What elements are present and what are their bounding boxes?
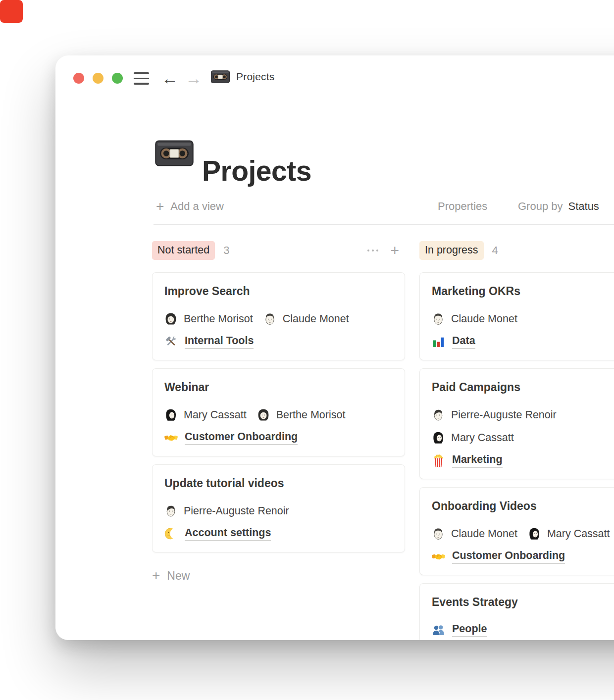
handshake-icon <box>164 431 178 445</box>
assignee: Pierre-Auguste Renoir <box>164 504 289 517</box>
assignee: Mary Cassatt <box>528 527 610 540</box>
mary-cassatt-avatar <box>164 408 177 421</box>
minimize-window-button[interactable] <box>93 73 103 84</box>
berthe-morisot-avatar <box>257 408 270 421</box>
more-options-icon[interactable] <box>366 250 380 252</box>
add-view-label: Add a view <box>170 198 224 215</box>
assignee-name: Mary Cassatt <box>547 528 610 540</box>
assignee-name: Berthe Morisot <box>184 313 253 325</box>
card-list: Improve Search Berthe Morisot Claude Mon… <box>152 272 405 552</box>
column-count: 3 <box>223 244 229 257</box>
claude-monet-avatar <box>263 312 276 325</box>
assignee: Mary Cassatt <box>432 431 514 444</box>
sidebar-toggle-icon[interactable] <box>134 72 149 85</box>
project-card[interactable]: Webinar Mary Cassatt Berthe Morisot Cust… <box>152 368 405 456</box>
status-badge: Not started <box>152 241 215 260</box>
group-by-label: Group by <box>518 198 563 215</box>
assignee-name: Mary Cassatt <box>184 409 247 421</box>
assignee-name: Berthe Morisot <box>276 409 346 421</box>
project-card[interactable]: Onboarding Videos Claude Monet Mary Cass… <box>419 487 614 575</box>
assignee-row: Pierre-Auguste Renoir <box>432 407 614 422</box>
tag-row: Customer Onboarding <box>164 430 393 445</box>
card-title: Onboarding Videos <box>432 499 614 513</box>
popcorn-icon <box>432 453 445 467</box>
new-card-button[interactable]: +New <box>152 567 405 584</box>
column-header: Not started 3 + <box>152 241 405 260</box>
claude-monet-avatar <box>432 527 445 540</box>
tag-link[interactable]: Customer Onboarding <box>452 550 565 564</box>
column-count: 4 <box>492 244 498 257</box>
add-view-button[interactable]: + Add a view <box>156 198 224 215</box>
people-icon <box>432 623 445 637</box>
zoom-window-button[interactable] <box>112 73 123 84</box>
column-actions: + <box>366 243 405 258</box>
group-by-button[interactable]: Group by Status <box>518 198 599 215</box>
plus-icon: + <box>156 198 164 215</box>
card-list: Marketing OKRs Claude Monet DataPaid Cam… <box>419 272 614 640</box>
back-arrow-icon[interactable]: ← <box>161 68 178 88</box>
project-card[interactable]: Paid Campaigns Pierre-Auguste Renoir Mar… <box>419 368 614 479</box>
moon-icon <box>164 527 178 541</box>
mary-cassatt-avatar <box>432 431 445 444</box>
vhs-icon <box>211 70 230 83</box>
assignee: Mary Cassatt <box>164 408 247 421</box>
assignee: Berthe Morisot <box>164 312 253 325</box>
renoir-avatar <box>432 408 445 421</box>
tag-link[interactable]: Account settings <box>185 527 271 541</box>
handshake-icon <box>432 550 445 563</box>
assignee-row: Mary Cassatt Berthe Morisot <box>164 407 393 422</box>
assignee: Berthe Morisot <box>257 408 346 421</box>
assignee: Pierre-Auguste Renoir <box>432 408 557 421</box>
project-card[interactable]: Improve Search Berthe Morisot Claude Mon… <box>152 272 405 360</box>
plus-icon: + <box>152 567 160 584</box>
red-decoration-square <box>0 0 23 23</box>
close-window-button[interactable] <box>73 73 84 84</box>
berthe-morisot-avatar <box>164 312 177 325</box>
card-title: Webinar <box>164 380 393 395</box>
card-title: Events Strategy <box>432 595 614 609</box>
assignee-row: Claude Monet Mary Cassatt <box>432 526 614 541</box>
assignee-name: Claude Monet <box>283 313 349 325</box>
tag-link[interactable]: Data <box>452 335 475 349</box>
new-card-label: New <box>167 569 190 583</box>
tag-row: People <box>432 622 614 637</box>
tag-link[interactable]: Marketing <box>452 453 503 468</box>
assignee-name: Mary Cassatt <box>451 432 514 444</box>
properties-button[interactable]: Properties <box>438 198 487 215</box>
assignee-name: Pierre-Auguste Renoir <box>451 409 557 421</box>
vhs-icon[interactable] <box>155 140 194 166</box>
assignee-row: Pierre-Auguste Renoir <box>164 503 393 518</box>
mary-cassatt-avatar <box>528 527 541 540</box>
breadcrumb-tab[interactable]: Projects <box>211 70 274 83</box>
group-by-value: Status <box>568 198 599 215</box>
status-badge: In progress <box>419 241 484 260</box>
bar-chart-icon <box>432 335 445 349</box>
add-card-icon[interactable]: + <box>390 243 399 258</box>
assignee-name: Claude Monet <box>451 313 517 325</box>
tag-link[interactable]: People <box>452 623 487 637</box>
renoir-avatar <box>164 504 177 517</box>
project-card[interactable]: Marketing OKRs Claude Monet Data <box>419 272 614 360</box>
tag-link[interactable]: Internal Tools <box>185 335 254 349</box>
forward-arrow-icon[interactable]: → <box>185 68 202 88</box>
tag-link[interactable]: Customer Onboarding <box>185 431 298 445</box>
card-title: Paid Campaigns <box>432 380 614 395</box>
assignee-name: Claude Monet <box>451 528 517 540</box>
page-title[interactable]: Projects <box>202 154 311 187</box>
tag-row: Customer Onboarding <box>432 549 614 564</box>
project-card[interactable]: Update tutorial videos Pierre-Auguste Re… <box>152 464 405 552</box>
column-not-started: Not started 3 + Improve Search Berthe Mo… <box>152 241 405 640</box>
tag-row: Marketing <box>432 453 614 468</box>
claude-monet-avatar <box>432 312 445 325</box>
view-toolbar: + Add a view Properties Group by Status <box>55 198 614 216</box>
assignee-row: Mary Cassatt <box>432 430 614 445</box>
assignee: Claude Monet <box>263 312 349 325</box>
project-card[interactable]: Events Strategy People <box>419 583 614 640</box>
screenshot-canvas: ← → Projects Projects + Add a view <box>0 0 614 700</box>
column-header: In progress 4 + <box>419 241 614 260</box>
tag-row: Internal Tools <box>164 334 393 349</box>
tab-title: Projects <box>236 71 274 83</box>
assignee: Claude Monet <box>432 312 517 325</box>
assignee-name: Pierre-Auguste Renoir <box>184 505 289 517</box>
tag-row: Account settings <box>164 526 393 541</box>
